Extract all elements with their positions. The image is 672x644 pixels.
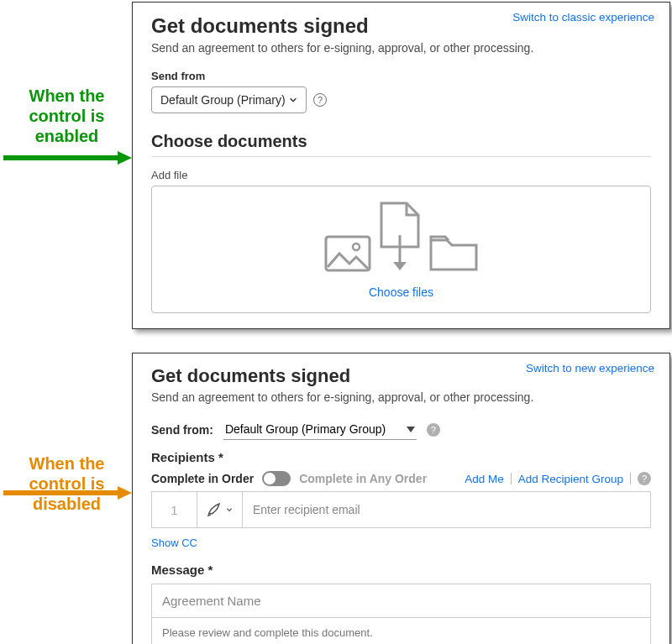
dropzone-icons — [160, 202, 642, 272]
switch-new-link[interactable]: Switch to new experience — [526, 362, 654, 374]
recipient-role-select[interactable] — [197, 492, 243, 527]
sendfrom-value: Default Group (Primary) — [160, 93, 286, 107]
show-cc-link[interactable]: Show CC — [151, 537, 197, 549]
annotation-enabled: When the control is enabled — [2, 86, 132, 146]
add-recipient-group-link[interactable]: Add Recipient Group — [518, 473, 623, 485]
sendfrom-select[interactable]: Default Group (Primary) — [151, 86, 307, 113]
file-dropzone[interactable]: Choose files — [151, 186, 651, 313]
order-toggle[interactable] — [262, 471, 291, 486]
panel-disabled: Switch to new experience Get documents s… — [132, 353, 670, 644]
message-label: Message * — [151, 563, 651, 577]
sendfrom-label: Send from — [151, 70, 651, 82]
page-subtitle-2: Send an agreement to others for e-signin… — [151, 390, 651, 404]
agreement-name-input[interactable] — [152, 584, 650, 618]
add-me-link[interactable]: Add Me — [465, 473, 504, 485]
sendfrom-select-2[interactable]: Default Group (Primary Group) — [223, 419, 417, 440]
recipient-row: 1 — [151, 491, 651, 528]
divider — [511, 473, 512, 484]
sendfrom-label-2: Send from: — [151, 423, 213, 437]
panel-enabled: Switch to classic experience Get documen… — [132, 2, 670, 329]
addfile-label: Add file — [151, 169, 651, 181]
svg-marker-1 — [118, 151, 132, 165]
divider — [630, 473, 631, 484]
message-box — [151, 584, 651, 644]
help-icon[interactable]: ? — [313, 93, 327, 107]
message-body-textarea[interactable] — [152, 618, 650, 644]
help-icon-3[interactable]: ? — [638, 472, 651, 485]
svg-point-5 — [353, 243, 360, 250]
svg-marker-7 — [393, 262, 407, 270]
pen-icon — [207, 501, 223, 518]
complete-any-order-label: Complete in Any Order — [299, 472, 427, 485]
folder-icon — [428, 233, 479, 272]
recipients-label: Recipients * — [151, 450, 651, 464]
annotation-disabled: When the control is disabled — [2, 453, 132, 514]
recipient-email-input[interactable] — [243, 492, 650, 527]
svg-marker-3 — [118, 486, 132, 500]
file-download-icon — [378, 202, 422, 272]
triangle-down-icon — [407, 427, 415, 432]
recipient-number: 1 — [152, 492, 197, 527]
arrow-disabled-icon — [2, 484, 132, 501]
chevron-down-icon — [289, 96, 297, 104]
chevron-down-icon — [226, 506, 233, 513]
sendfrom-value-2: Default Group (Primary Group) — [225, 422, 386, 436]
arrow-enabled-icon — [2, 149, 132, 166]
help-icon-2[interactable]: ? — [427, 423, 440, 437]
complete-in-order-label: Complete in Order — [151, 472, 254, 485]
choose-documents-heading: Choose documents — [151, 132, 651, 157]
choose-files-link[interactable]: Choose files — [160, 285, 642, 299]
switch-classic-link[interactable]: Switch to classic experience — [512, 11, 654, 24]
image-icon — [324, 235, 371, 272]
page-subtitle: Send an agreement to others for e-signin… — [151, 41, 651, 55]
